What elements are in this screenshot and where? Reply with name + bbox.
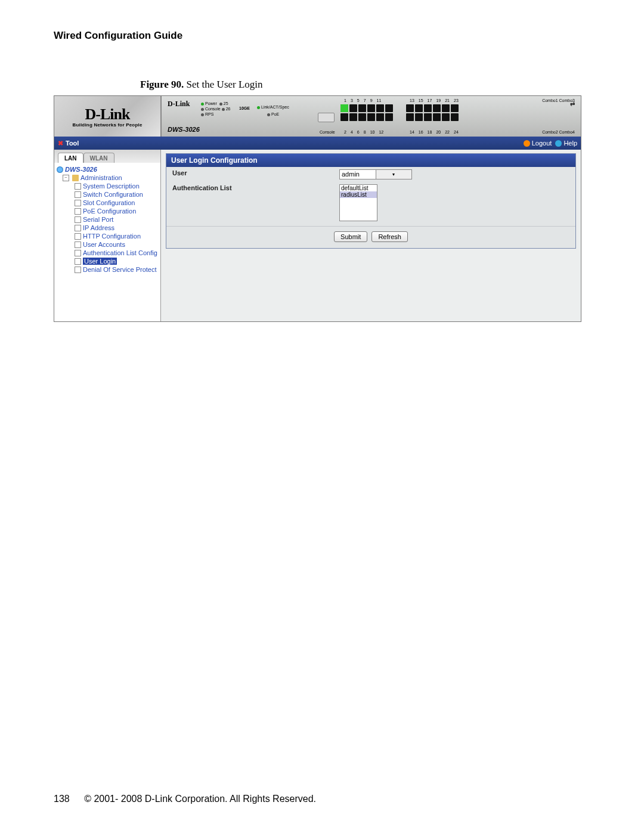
collapse-icon[interactable]: − [63,175,69,181]
page-icon [75,258,81,265]
submit-button[interactable]: Submit [334,231,367,242]
tree-administration[interactable]: −Administration [57,174,159,182]
tree-item[interactable]: IP Address [57,224,159,232]
tree-item-user-login[interactable]: User Login [57,257,159,265]
console-port [318,113,335,122]
authlist-row: Authentication List defaultList radiusLi… [166,182,575,224]
globe-icon [57,166,63,173]
panel-title: User Login Configuration [166,154,575,167]
tree-item[interactable]: System Description [57,182,159,190]
port-numbers-top-1: 1357911 [344,98,381,103]
tab-wlan[interactable]: WLAN [83,153,114,163]
tree-item[interactable]: Switch Configuration [57,190,159,199]
refresh-button[interactable]: Refresh [371,231,408,242]
sidebar: LAN WLAN DWS-3026 −Administration System… [54,150,161,321]
user-row: User admin ▾ [166,167,575,182]
device-status-leds: Power 25 Console 26 RPS [201,101,230,117]
nav-tree: DWS-3026 −Administration System Descript… [54,163,160,276]
chevron-down-icon[interactable]: ▾ [376,170,412,179]
tree-item[interactable]: User Accounts [57,240,159,249]
tree-item[interactable]: PoE Configuration [57,207,159,215]
port-numbers-bottom-1: 24681012 [344,130,383,134]
authlist-listbox[interactable]: defaultList radiusList [339,184,377,221]
port-block-2 [406,104,459,121]
brand-logo: D-Link [85,106,130,123]
swap-icon: ⇄ [570,101,575,107]
top-banner: D-Link Building Networks for People D-Li… [54,96,581,137]
user-select[interactable]: admin ▾ [339,169,412,179]
page-icon [75,191,81,198]
page-icon [75,250,81,256]
page-icon [75,200,81,206]
main-area: LAN WLAN DWS-3026 −Administration System… [54,150,581,321]
authlist-label: Authentication List [172,184,339,191]
logo-panel: D-Link Building Networks for People [54,96,162,137]
tenGE-label: 10GE [239,106,250,110]
tree-item[interactable]: Slot Configuration [57,199,159,207]
tool-menu[interactable]: Tool [66,140,79,147]
page-icon [75,208,81,215]
poe-led-label: PoE [267,112,279,116]
logout-button[interactable]: Logout [524,140,552,147]
authlist-option-selected[interactable]: radiusList [340,191,377,198]
help-button[interactable]: Help [555,140,577,147]
brand-tagline: Building Networks for People [72,122,142,128]
tree-item[interactable]: Authentication List Config [57,249,159,257]
content-area: User Login Configuration User admin ▾ Au [161,150,581,321]
button-row: Submit Refresh [166,226,575,248]
tree-item[interactable]: Serial Port [57,215,159,224]
figure-number: Figure 90. [140,79,184,90]
tree-root[interactable]: DWS-3026 [57,165,159,174]
user-label: User [172,169,339,176]
page-icon [75,267,81,273]
admin-ui-screenshot: D-Link Building Networks for People D-Li… [54,95,581,322]
tool-close-icon[interactable]: ✖ [58,140,63,147]
page-icon [75,183,81,190]
toolbar: ✖ Tool Logout Help [54,137,581,150]
folder-icon [72,175,79,181]
device-image-panel: D-Link DWS-3026 Power 25 Console 26 RPS … [162,96,581,137]
copyright: © 2001- 2008 D-Link Corporation. All Rig… [84,794,316,804]
doc-title: Wired Configuration Guide [54,30,590,42]
figure-title: Set the User Login [187,79,263,90]
tree-item[interactable]: Denial Of Service Protect [57,265,159,274]
combo-label-bottom: Combo2 Combo4 [542,130,575,134]
port-block-1 [340,104,393,121]
port-numbers-top-2: 131517192123 [410,98,459,103]
authlist-option[interactable]: defaultList [340,185,377,191]
page-icon [75,216,81,223]
sidebar-tabs: LAN WLAN [54,150,160,163]
tab-lan[interactable]: LAN [58,153,83,163]
link-led-label: Link/ACT/Spec [257,105,289,109]
device-model: DWS-3026 [168,126,200,133]
device-brand: D-Link [168,100,190,109]
figure-caption: Figure 90. Set the User Login [140,79,590,91]
document-page: Wired Configuration Guide Figure 90. Set… [0,0,644,833]
user-select-value: admin [340,170,376,179]
page-icon [75,225,81,231]
user-login-panel: User Login Configuration User admin ▾ Au [166,153,576,249]
port-numbers-bottom-2: 141618202224 [410,130,459,134]
tree-item[interactable]: HTTP Configuration [57,232,159,240]
combo-ports [574,109,575,110]
page-icon [75,241,81,248]
page-footer: 138 © 2001- 2008 D-Link Corporation. All… [54,794,316,804]
page-icon [75,233,81,240]
console-label: Console [320,130,335,134]
page-number: 138 [54,794,70,804]
